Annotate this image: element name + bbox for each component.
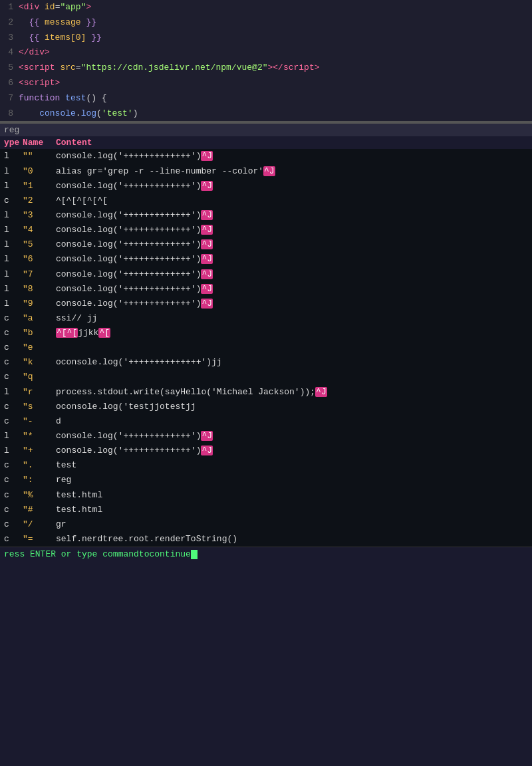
reg-name: "5 (23, 238, 56, 251)
reg-name: "- (23, 415, 56, 428)
reg-type: c (4, 518, 23, 531)
reg-type: l (4, 223, 23, 237)
reg-content: console.log('+++++++++++++')^J (56, 238, 528, 251)
reg-name: "* (23, 430, 56, 443)
reg-name: "% (23, 489, 56, 502)
reg-row: l""console.log('+++++++++++++')^J (0, 149, 532, 164)
reg-content: test.html (56, 489, 528, 502)
reg-type: c (4, 356, 23, 369)
reg-content: console.log('+++++++++++++')^J (56, 297, 528, 311)
reg-row: l"+console.log('+++++++++++++')^J (0, 444, 532, 458)
reg-row: l"0alias gr='grep -r --line-number --col… (0, 164, 532, 179)
reg-content: console.log('+++++++++++++')^J (56, 268, 528, 281)
reg-content: console.log('+++++++++++++')^J (56, 283, 528, 296)
code-line: 3 {{ items[0] }} (0, 31, 532, 46)
reg-type: c (4, 400, 23, 414)
reg-row: c"soconsole.log('testjjotestjj (0, 400, 532, 414)
highlight-ctrl-j: ^J (201, 181, 213, 191)
reg-type: c (4, 194, 23, 207)
code-line: 7function test() { (0, 91, 532, 106)
reg-name: "0 (23, 165, 56, 178)
reg-row: c"/gr (0, 517, 532, 532)
reg-row: c"-d (0, 414, 532, 429)
reg-row: l"7console.log('+++++++++++++')^J (0, 267, 532, 282)
reg-type: c (4, 370, 23, 384)
reg-type: l (4, 238, 23, 251)
reg-name: "8 (23, 283, 56, 296)
reg-type: c (4, 489, 23, 502)
reg-row: c"b^[^[jjkk^[ (0, 326, 532, 340)
reg-name: "q (23, 370, 56, 384)
reg-type: l (4, 297, 23, 311)
line-number: 6 (0, 76, 19, 90)
col-type-header: ype (4, 138, 23, 148)
status-bar: ress ENTER or type command to continue (0, 547, 532, 561)
reg-row: l"rprocess.stdout.write(sayHello('Michae… (0, 385, 532, 400)
highlight-ctrl-j: ^J (201, 446, 213, 455)
reg-content: console.log('+++++++++++++')^J (56, 444, 528, 457)
code-line: 1<div id="app"> (0, 0, 532, 15)
reg-content: oconsole.log('testjjotestjj (56, 400, 528, 414)
line-content: </div> (19, 46, 532, 60)
reg-content: console.log('+++++++++++++')^J (56, 150, 528, 163)
status-text: ress ENTER or type command (4, 549, 139, 559)
reg-content: console.log('+++++++++++++')^J (56, 253, 528, 266)
reg-type: c (4, 459, 23, 472)
reg-name: "# (23, 503, 56, 517)
reg-content: console.log('+++++++++++++')^J (56, 180, 528, 193)
highlight-ctrl-j: ^J (201, 225, 213, 235)
reg-row: l"9console.log('+++++++++++++')^J (0, 297, 532, 311)
line-number: 3 (0, 31, 19, 45)
reg-type: c (4, 533, 23, 546)
app-container: 1<div id="app">2 {{ message }}3 {{ items… (0, 0, 532, 561)
terminal: reg ype Name Content l""console.log('+++… (0, 124, 532, 547)
reg-row: c"assi// jj (0, 311, 532, 326)
reg-content: console.log('+++++++++++++')^J (56, 209, 528, 222)
reg-name: "a (23, 312, 56, 325)
line-number: 5 (0, 61, 19, 75)
highlight-ctrl-j: ^J (201, 431, 213, 441)
reg-type: c (4, 503, 23, 517)
reg-content: test.html (56, 503, 528, 517)
reg-name: "+ (23, 444, 56, 457)
line-content: <script src="https://cdn.jsdelivr.net/np… (19, 61, 532, 75)
reg-columns: ype Name Content (0, 136, 532, 149)
reg-content: d (56, 415, 528, 428)
reg-type: c (4, 312, 23, 325)
reg-content: alias gr='grep -r --line-number --color'… (56, 165, 528, 178)
reg-type: l (4, 283, 23, 296)
reg-name: "" (23, 150, 56, 163)
cursor (191, 550, 198, 559)
status-continue: continue (149, 549, 190, 559)
reg-name: "7 (23, 268, 56, 281)
reg-row: c"koconsole.log('++++++++++++++')jj (0, 355, 532, 370)
reg-name: "2 (23, 194, 56, 207)
reg-content: process.stdout.write(sayHello('Michael J… (56, 386, 528, 399)
reg-name: "6 (23, 253, 56, 266)
line-content: <script> (19, 76, 532, 90)
line-number: 4 (0, 46, 19, 60)
reg-content: reg (56, 473, 528, 487)
col-name-header: Name (23, 138, 56, 148)
reg-type: l (4, 386, 23, 399)
highlight-escape: ^[ (98, 328, 110, 338)
reg-row: c"%test.html (0, 488, 532, 503)
code-editor: 1<div id="app">2 {{ message }}3 {{ items… (0, 0, 532, 124)
reg-name: ". (23, 459, 56, 472)
col-content-header: Content (56, 138, 528, 148)
reg-row: l"8console.log('+++++++++++++')^J (0, 282, 532, 297)
reg-row: c".test (0, 458, 532, 473)
highlight-ctrl-j: ^J (201, 269, 213, 279)
reg-row: c"2^[^[^[^[^[ (0, 193, 532, 208)
reg-content: self.nerdtree.root.renderToString() (56, 533, 528, 546)
line-content: function test() { (19, 92, 532, 106)
highlight-ctrl-j: ^J (315, 387, 327, 397)
reg-content: console.log('+++++++++++++')^J (56, 430, 528, 443)
reg-row: l"6console.log('+++++++++++++')^J (0, 252, 532, 267)
reg-row: c"=self.nerdtree.root.renderToString() (0, 532, 532, 547)
reg-type: l (4, 268, 23, 281)
reg-name: ": (23, 473, 56, 487)
line-content: {{ items[0] }} (19, 31, 532, 45)
reg-type: c (4, 473, 23, 487)
reg-name: "r (23, 386, 56, 399)
